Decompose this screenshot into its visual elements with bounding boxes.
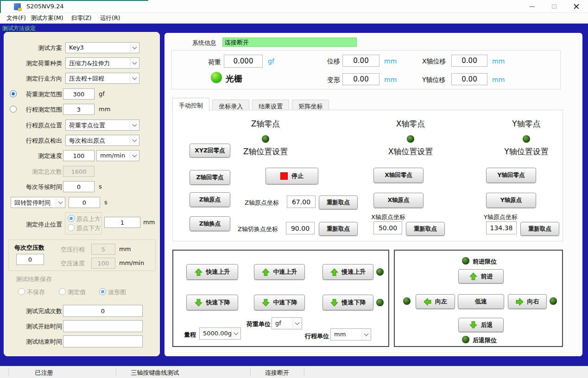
- end-time-label: 测试结束时间: [4, 338, 62, 346]
- tab-manual-control[interactable]: 手动控制: [172, 98, 209, 112]
- stop-pos-below-radio[interactable]: [68, 224, 75, 231]
- y-origin-repick-button[interactable]: 重新取点: [520, 222, 559, 236]
- speed-unit-select[interactable]: mm/min: [96, 150, 139, 161]
- stroke-unit-select[interactable]: mm: [330, 328, 371, 340]
- chevron-down-icon[interactable]: [361, 329, 370, 340]
- z-home-button[interactable]: Z轴回零点: [190, 170, 230, 185]
- fast-up-button[interactable]: 快速上升: [186, 264, 238, 280]
- pause-time-input[interactable]: [69, 197, 100, 208]
- y-disp-readout: [451, 73, 487, 85]
- slow-speed-button[interactable]: 低速: [458, 294, 504, 309]
- system-info-field: 连接断开: [222, 38, 357, 47]
- save-group-label: 测试结果保存: [16, 275, 52, 284]
- minimize-button[interactable]: [521, 0, 543, 13]
- stroke-range-input[interactable]: [63, 104, 95, 115]
- y-disp-readout-unit: mm: [492, 76, 505, 83]
- fast-up-label: 快速上升: [206, 268, 230, 276]
- chevron-down-icon[interactable]: [130, 74, 139, 83]
- origin-pos-select[interactable]: 荷重零点位置: [65, 120, 139, 131]
- range-select[interactable]: 5000.00g: [199, 328, 241, 340]
- y-origin-button[interactable]: Y轴原点: [486, 193, 536, 208]
- air-speed-unit: mm/min: [119, 259, 144, 266]
- left-button[interactable]: 向左: [416, 294, 455, 309]
- plan-label: 测试方案: [4, 44, 62, 52]
- speed-input[interactable]: [63, 150, 95, 161]
- start-time-label: 测试开始时间: [4, 322, 62, 331]
- x-origin-button[interactable]: X轴原点: [373, 193, 424, 208]
- pause-time-select[interactable]: 回转暂停时间: [11, 197, 65, 208]
- menu-run[interactable]: 运行(R): [97, 14, 123, 22]
- save-none-radio[interactable]: [18, 288, 25, 295]
- done-count-input[interactable]: [63, 305, 143, 317]
- chevron-down-icon[interactable]: [130, 58, 139, 68]
- right-label: 向右: [527, 297, 539, 306]
- chevron-down-icon[interactable]: [130, 136, 139, 145]
- x-origin-repick-button[interactable]: 重新取点: [406, 222, 445, 236]
- stop-pos-input[interactable]: [104, 217, 140, 228]
- z-switch-button[interactable]: Z轴换点: [190, 216, 230, 231]
- close-button[interactable]: [566, 0, 587, 13]
- mid-up-button[interactable]: 中速上升: [254, 264, 305, 280]
- wait-time-input[interactable]: [63, 181, 95, 192]
- y-home-button[interactable]: Y轴回零点: [486, 168, 536, 183]
- save-value-radio[interactable]: [59, 288, 66, 295]
- slow-up-button[interactable]: 慢速上升: [322, 264, 373, 280]
- back-label: 后退: [481, 321, 493, 329]
- stop-pos-above-radio[interactable]: [68, 215, 75, 222]
- save-wave-radio[interactable]: [99, 288, 106, 295]
- chevron-down-icon[interactable]: [130, 151, 139, 160]
- y-origin-coord-input[interactable]: [486, 221, 517, 234]
- deform-readout-label: 变形: [327, 76, 340, 84]
- z-jog-box: 快速上升 中速上升 慢速上升 快速下降 中速下降 慢速下降: [172, 250, 389, 347]
- plan-select[interactable]: Key3: [65, 42, 139, 53]
- end-time-input[interactable]: [63, 335, 143, 347]
- stop-pos-unit: mm: [143, 219, 155, 226]
- start-time-input[interactable]: [63, 320, 143, 332]
- status-divider: [250, 368, 251, 377]
- stop-button[interactable]: 停止: [266, 168, 318, 184]
- z-switch-repick-button[interactable]: 重新取点: [319, 222, 358, 236]
- z-origin-button[interactable]: Z轴原点: [190, 192, 230, 207]
- load-unit-select[interactable]: gf: [272, 317, 302, 329]
- down-limit-led: [376, 299, 384, 306]
- air-count-label: 每次空压数: [14, 244, 44, 252]
- slow-down-button[interactable]: 慢速下降: [322, 295, 373, 310]
- fast-down-button[interactable]: 快速下降: [186, 295, 238, 310]
- chevron-down-icon[interactable]: [56, 198, 64, 207]
- maximize-button[interactable]: [544, 0, 565, 13]
- desktop-edge-top: [0, 0, 148, 1]
- right-arrow-icon: [516, 298, 524, 306]
- y-disp-readout-label: Y轴位移: [422, 76, 446, 84]
- air-count-input[interactable]: [16, 254, 44, 265]
- origin-detect-select[interactable]: 每次检出原点: [65, 135, 139, 146]
- left-panel-header: 测试方法设定: [2, 25, 36, 32]
- menu-zero[interactable]: 归零(Z): [69, 14, 94, 22]
- forward-button[interactable]: 前进: [458, 269, 504, 284]
- pause-time-unit: s: [104, 199, 107, 206]
- chevron-down-icon[interactable]: [292, 318, 301, 328]
- load-range-label: 荷重测定范围: [4, 90, 62, 99]
- load-type-select[interactable]: 压缩力&拉伸力: [65, 57, 139, 69]
- x-origin-coord-input[interactable]: [373, 221, 402, 234]
- z-zero-heading: Z轴零点: [228, 119, 303, 129]
- status-test-name: 三轴按键曲线测试: [117, 369, 193, 377]
- load-range-input[interactable]: [63, 88, 95, 100]
- status-divider: [116, 368, 116, 377]
- z-origin-repick-button[interactable]: 重新取点: [319, 195, 358, 209]
- back-button[interactable]: 后退: [458, 318, 504, 332]
- x-home-button[interactable]: X轴回零点: [373, 168, 424, 183]
- chevron-down-icon[interactable]: [231, 328, 240, 339]
- menu-plan[interactable]: 测试方案(M): [28, 14, 66, 22]
- down-arrow-icon: [195, 299, 202, 307]
- mid-down-button[interactable]: 中速下降: [254, 295, 305, 310]
- z-origin-coord-input[interactable]: [287, 195, 316, 208]
- direction-select[interactable]: 压去程+回程: [65, 73, 139, 84]
- back-limit-led: [462, 336, 469, 343]
- chevron-down-icon[interactable]: [130, 120, 139, 130]
- xyz-home-button[interactable]: XYZ回零点: [190, 144, 230, 158]
- menu-file[interactable]: 文件(F): [4, 14, 29, 22]
- chevron-down-icon[interactable]: [130, 43, 139, 52]
- y-zero-led: [523, 135, 530, 143]
- right-button[interactable]: 向右: [508, 294, 547, 309]
- z-switch-coord-input[interactable]: [286, 222, 315, 234]
